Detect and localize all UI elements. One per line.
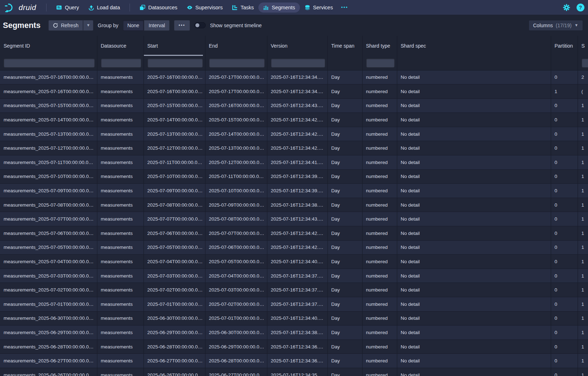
cell-size[interactable]: 1 — [578, 169, 588, 184]
cell-version[interactable]: 2025-07-16T12:34:37.250Z — [267, 297, 327, 312]
cell-version[interactable]: 2025-07-16T12:34:42.064Z — [267, 141, 327, 155]
cell-end[interactable]: 2025-06-28T00:00:00.000Z — [205, 354, 267, 368]
cell-size[interactable]: 1 — [578, 283, 588, 297]
cell-partition[interactable]: 0 — [551, 169, 578, 184]
cell-start[interactable]: 2025-07-02T00:00:00.000Z — [144, 283, 205, 297]
cell-time_span[interactable]: Day — [327, 155, 362, 170]
column-header-end[interactable]: End — [205, 36, 267, 56]
cell-version[interactable]: 2025-07-16T12:34:39.483Z — [267, 184, 327, 198]
cell-version[interactable]: 2025-07-16T12:34:37.963Z — [267, 269, 327, 283]
cell-partition[interactable]: 0 — [551, 198, 578, 212]
cell-shard_spec[interactable]: No detail — [397, 283, 551, 297]
nav-item-datasources[interactable]: Datasources — [135, 3, 182, 13]
cell-datasource[interactable]: measurements — [97, 113, 144, 127]
cell-segment_id[interactable]: measurements_2025-07-12T00:00:00.000Z... — [0, 141, 97, 155]
cell-shard_type[interactable]: numbered — [362, 354, 397, 368]
cell-segment_id[interactable]: measurements_2025-07-14T00:00:00.000Z... — [0, 113, 97, 127]
cell-segment_id[interactable]: measurements_2025-07-06T00:00:00.000Z... — [0, 226, 97, 241]
cell-start[interactable]: 2025-07-04T00:00:00.000Z — [144, 255, 205, 269]
cell-end[interactable]: 2025-07-04T00:00:00.000Z — [205, 269, 267, 283]
cell-version[interactable]: 2025-07-16T12:34:43.157Z — [267, 98, 327, 113]
cell-shard_type[interactable]: numbered — [362, 226, 397, 241]
cell-end[interactable]: 2025-06-29T00:00:00.000Z — [205, 339, 267, 354]
cell-segment_id[interactable]: measurements_2025-07-03T00:00:00.000Z... — [0, 269, 97, 283]
cell-size[interactable]: 1 — [578, 339, 588, 354]
cell-start[interactable]: 2025-06-29T00:00:00.000Z — [144, 326, 205, 340]
cell-shard_type[interactable]: numbered — [362, 198, 397, 212]
cell-datasource[interactable]: measurements — [97, 98, 144, 113]
cell-shard_type[interactable]: numbered — [362, 339, 397, 354]
cell-size[interactable]: 2 — [578, 70, 588, 85]
cell-version[interactable]: 2025-07-16T12:34:35.567Z — [267, 368, 327, 376]
cell-size[interactable]: 1 — [578, 240, 588, 255]
cell-end[interactable]: 2025-07-06T00:00:00.000Z — [205, 240, 267, 255]
cell-start[interactable]: 2025-07-07T00:00:00.000Z — [144, 212, 205, 226]
cell-size[interactable]: 1 — [578, 311, 588, 326]
cell-time_span[interactable]: Day — [327, 212, 362, 226]
group-by-none-button[interactable]: None — [123, 20, 144, 31]
cell-size[interactable]: 1 — [578, 212, 588, 226]
cell-partition[interactable]: 0 — [551, 127, 578, 141]
cell-shard_type[interactable]: numbered — [362, 113, 397, 127]
cell-shard_spec[interactable]: No detail — [397, 354, 551, 368]
cell-partition[interactable]: 0 — [551, 255, 578, 269]
cell-datasource[interactable]: measurements — [97, 311, 144, 326]
column-header-start[interactable]: Start — [144, 36, 205, 56]
cell-time_span[interactable]: Day — [327, 339, 362, 354]
cell-datasource[interactable]: measurements — [97, 184, 144, 198]
cell-shard_type[interactable]: numbered — [362, 297, 397, 312]
filter-input-size[interactable] — [582, 58, 588, 68]
cell-datasource[interactable]: measurements — [97, 212, 144, 226]
cell-datasource[interactable]: measurements — [97, 255, 144, 269]
cell-shard_type[interactable]: numbered — [362, 283, 397, 297]
cell-end[interactable]: 2025-07-15T00:00:00.000Z — [205, 113, 267, 127]
cell-end[interactable]: 2025-07-03T00:00:00.000Z — [205, 283, 267, 297]
cell-end[interactable]: 2025-07-17T00:00:00.000Z — [205, 85, 267, 99]
cell-size[interactable]: 1 — [578, 113, 588, 127]
cell-time_span[interactable]: Day — [327, 354, 362, 368]
cell-size[interactable]: ( — [578, 85, 588, 99]
cell-shard_spec[interactable]: No detail — [397, 255, 551, 269]
cell-shard_spec[interactable]: No detail — [397, 113, 551, 127]
cell-shard_spec[interactable]: No detail — [397, 70, 551, 85]
cell-shard_type[interactable]: numbered — [362, 98, 397, 113]
cell-time_span[interactable]: Day — [327, 198, 362, 212]
cell-size[interactable]: 1 — [578, 269, 588, 283]
cell-datasource[interactable]: measurements — [97, 155, 144, 170]
cell-partition[interactable]: 0 — [551, 212, 578, 226]
cell-start[interactable]: 2025-07-01T00:00:00.000Z — [144, 297, 205, 312]
nav-item-query[interactable]: Query — [52, 3, 84, 13]
cell-end[interactable]: 2025-06-27T00:00:00.000Z — [205, 368, 267, 376]
cell-datasource[interactable]: measurements — [97, 283, 144, 297]
cell-version[interactable]: 2025-07-16T12:34:42.944Z — [267, 226, 327, 241]
cell-shard_type[interactable]: numbered — [362, 368, 397, 376]
cell-datasource[interactable]: measurements — [97, 368, 144, 376]
cell-size[interactable]: 1 — [578, 368, 588, 376]
cell-version[interactable]: 2025-07-16T12:34:40.344Z — [267, 311, 327, 326]
cell-segment_id[interactable]: measurements_2025-06-29T00:00:00.000Z... — [0, 326, 97, 340]
cell-shard_type[interactable]: numbered — [362, 255, 397, 269]
cell-shard_spec[interactable]: No detail — [397, 212, 551, 226]
cell-segment_id[interactable]: measurements_2025-07-08T00:00:00.000Z... — [0, 198, 97, 212]
cell-end[interactable]: 2025-06-30T00:00:00.000Z — [205, 326, 267, 340]
cell-partition[interactable]: 0 — [551, 240, 578, 255]
cell-shard_type[interactable]: numbered — [362, 326, 397, 340]
refresh-dropdown-button[interactable]: ▼ — [83, 20, 93, 31]
column-header-partition[interactable]: Partition — [551, 36, 578, 56]
cell-shard_spec[interactable]: No detail — [397, 98, 551, 113]
cell-segment_id[interactable]: measurements_2025-07-11T00:00:00.000Z... — [0, 155, 97, 170]
cell-version[interactable]: 2025-07-16T12:34:40.551Z — [267, 255, 327, 269]
cell-version[interactable]: 2025-07-16T12:34:36.823Z — [267, 339, 327, 354]
cell-size[interactable]: 1 — [578, 255, 588, 269]
cell-start[interactable]: 2025-06-28T00:00:00.000Z — [144, 339, 205, 354]
cell-datasource[interactable]: measurements — [97, 198, 144, 212]
cell-partition[interactable]: 0 — [551, 269, 578, 283]
cell-shard_spec[interactable]: No detail — [397, 226, 551, 241]
cell-end[interactable]: 2025-07-13T00:00:00.000Z — [205, 141, 267, 155]
cell-datasource[interactable]: measurements — [97, 127, 144, 141]
cell-end[interactable]: 2025-07-08T00:00:00.000Z — [205, 212, 267, 226]
column-header-version[interactable]: Version — [267, 36, 327, 56]
cell-shard_type[interactable]: numbered — [362, 184, 397, 198]
cell-end[interactable]: 2025-07-07T00:00:00.000Z — [205, 226, 267, 241]
cell-time_span[interactable]: Day — [327, 326, 362, 340]
